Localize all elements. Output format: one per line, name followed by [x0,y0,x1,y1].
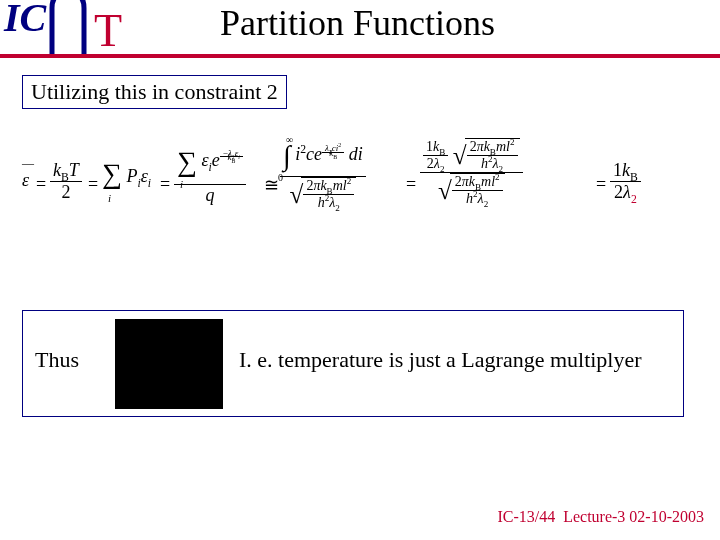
logo-ic: IC [4,0,46,41]
eq-approx: ≅ [264,174,279,196]
thus-text: I. e. temperature is just a Lagrange mul… [239,347,642,373]
eq-frac-integral: ∫ 0 ∞ i2ceλ2ci2kB di 2πkBml2h2λ2 [280,140,366,211]
logo-t: T [94,4,122,57]
eq-equals-4: = [406,174,416,195]
thus-label: Thus [35,347,79,373]
eq-equals-5: = [596,174,606,195]
eq-equals-3: = [160,174,170,195]
eq-kbt-over-2: kBT 2 [50,160,82,203]
subtitle-box: Utilizing this in constraint 2 [22,75,287,109]
logo: IC T [0,0,130,58]
eq-frac-big: 1kB2λ2 2πkBml2h2λ2 2πkBml2h2λ2 [420,138,523,207]
eq-equals-2: = [88,174,98,195]
eq-frac-sum-q: ∑ i εie−λ2εikB q [174,146,246,206]
footer-lecture: Lecture-3 02-10-2003 [563,508,704,525]
eq-final: 1kB 2λ2 [610,160,641,203]
page-title: Partition Functions [220,2,495,44]
conclusion-box: Thus I. e. temperature is just a Lagrang… [22,310,684,417]
eq-sum-pi-ei: ∑ i Piεi [102,158,151,190]
main-equation: — ε = kBT 2 = ∑ i Piεi = ∑ i εie−λ2εikB … [22,136,702,246]
redacted-block [115,319,223,409]
footer: IC-13/44 Lecture-3 02-10-2003 [497,508,704,526]
eq-equals-1: = [36,174,46,195]
subtitle-text: Utilizing this in constraint 2 [31,79,278,104]
eq-epsilon-bar: — ε [22,170,29,191]
footer-page: IC-13/44 [497,508,555,525]
